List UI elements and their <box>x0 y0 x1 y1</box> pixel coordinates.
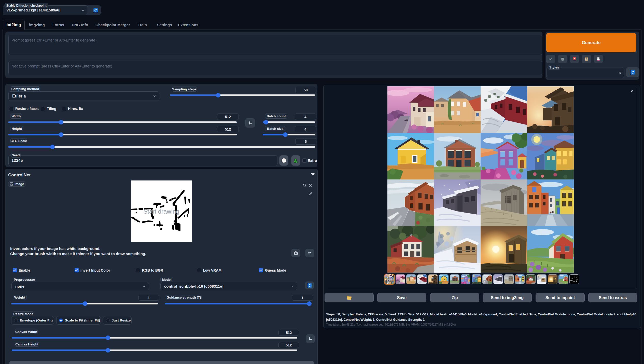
svg-text:Start drawing: Start drawing <box>143 208 179 215</box>
